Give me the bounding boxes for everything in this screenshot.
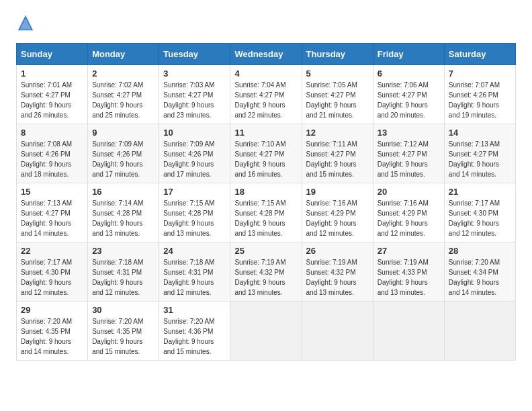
calendar-cell: 10 Sunrise: 7:09 AM Sunset: 4:26 PM Dayl… xyxy=(159,124,230,183)
calendar-cell xyxy=(230,302,302,361)
day-info: Sunrise: 7:09 AM Sunset: 4:26 PM Dayligh… xyxy=(92,139,154,179)
day-number: 17 xyxy=(163,187,226,197)
calendar-cell xyxy=(444,302,515,361)
calendar-cell: 5 Sunrise: 7:05 AM Sunset: 4:27 PM Dayli… xyxy=(302,65,373,124)
day-info: Sunrise: 7:08 AM Sunset: 4:26 PM Dayligh… xyxy=(21,139,83,179)
calendar-cell: 11 Sunrise: 7:10 AM Sunset: 4:27 PM Dayl… xyxy=(230,124,302,183)
day-info: Sunrise: 7:20 AM Sunset: 4:35 PM Dayligh… xyxy=(92,316,154,357)
day-info: Sunrise: 7:14 AM Sunset: 4:28 PM Dayligh… xyxy=(92,198,154,238)
day-number: 29 xyxy=(21,305,83,315)
calendar-header-sunday: Sunday xyxy=(17,44,88,65)
day-number: 1 xyxy=(21,68,83,79)
day-number: 25 xyxy=(234,246,297,256)
calendar-cell: 4 Sunrise: 7:04 AM Sunset: 4:27 PM Dayli… xyxy=(230,65,302,124)
day-number: 20 xyxy=(378,187,440,197)
calendar-header-thursday: Thursday xyxy=(302,44,373,65)
calendar-table: SundayMondayTuesdayWednesdayThursdayFrid… xyxy=(16,43,516,361)
day-info: Sunrise: 7:04 AM Sunset: 4:27 PM Dayligh… xyxy=(234,80,297,120)
day-number: 8 xyxy=(21,128,83,138)
day-info: Sunrise: 7:17 AM Sunset: 4:30 PM Dayligh… xyxy=(449,198,511,238)
day-number: 6 xyxy=(378,68,440,79)
calendar-week-4: 22 Sunrise: 7:17 AM Sunset: 4:30 PM Dayl… xyxy=(17,242,516,302)
calendar-cell: 23 Sunrise: 7:18 AM Sunset: 4:31 PM Dayl… xyxy=(88,242,159,302)
calendar-cell: 3 Sunrise: 7:03 AM Sunset: 4:27 PM Dayli… xyxy=(159,65,230,124)
calendar-header-tuesday: Tuesday xyxy=(159,44,230,65)
day-info: Sunrise: 7:16 AM Sunset: 4:29 PM Dayligh… xyxy=(306,198,369,238)
day-number: 7 xyxy=(449,68,511,79)
calendar-cell: 1 Sunrise: 7:01 AM Sunset: 4:27 PM Dayli… xyxy=(17,65,88,124)
calendar-cell: 30 Sunrise: 7:20 AM Sunset: 4:35 PM Dayl… xyxy=(88,302,159,361)
day-info: Sunrise: 7:05 AM Sunset: 4:27 PM Dayligh… xyxy=(306,80,369,120)
calendar-cell: 20 Sunrise: 7:16 AM Sunset: 4:29 PM Dayl… xyxy=(373,183,444,242)
header xyxy=(16,13,516,32)
day-number: 22 xyxy=(21,246,83,256)
day-number: 13 xyxy=(378,128,440,138)
day-info: Sunrise: 7:20 AM Sunset: 4:34 PM Dayligh… xyxy=(449,257,511,298)
day-info: Sunrise: 7:01 AM Sunset: 4:27 PM Dayligh… xyxy=(21,80,83,120)
day-info: Sunrise: 7:18 AM Sunset: 4:31 PM Dayligh… xyxy=(92,257,154,298)
calendar-cell: 25 Sunrise: 7:19 AM Sunset: 4:32 PM Dayl… xyxy=(230,242,302,302)
calendar-cell xyxy=(373,302,444,361)
day-info: Sunrise: 7:13 AM Sunset: 4:27 PM Dayligh… xyxy=(449,139,511,179)
day-info: Sunrise: 7:19 AM Sunset: 4:32 PM Dayligh… xyxy=(306,257,369,298)
calendar-cell: 2 Sunrise: 7:02 AM Sunset: 4:27 PM Dayli… xyxy=(88,65,159,124)
day-info: Sunrise: 7:19 AM Sunset: 4:33 PM Dayligh… xyxy=(378,257,440,298)
calendar-cell: 21 Sunrise: 7:17 AM Sunset: 4:30 PM Dayl… xyxy=(444,183,515,242)
calendar-cell: 9 Sunrise: 7:09 AM Sunset: 4:26 PM Dayli… xyxy=(88,124,159,183)
day-info: Sunrise: 7:10 AM Sunset: 4:27 PM Dayligh… xyxy=(234,139,297,179)
calendar-cell: 31 Sunrise: 7:20 AM Sunset: 4:36 PM Dayl… xyxy=(159,302,230,361)
day-info: Sunrise: 7:07 AM Sunset: 4:26 PM Dayligh… xyxy=(449,80,511,120)
day-number: 9 xyxy=(92,128,154,138)
calendar-header-saturday: Saturday xyxy=(444,44,515,65)
day-info: Sunrise: 7:09 AM Sunset: 4:26 PM Dayligh… xyxy=(163,139,226,179)
day-info: Sunrise: 7:02 AM Sunset: 4:27 PM Dayligh… xyxy=(92,80,154,120)
day-number: 26 xyxy=(306,246,369,256)
calendar-cell: 19 Sunrise: 7:16 AM Sunset: 4:29 PM Dayl… xyxy=(302,183,373,242)
day-info: Sunrise: 7:17 AM Sunset: 4:30 PM Dayligh… xyxy=(21,257,83,298)
day-number: 14 xyxy=(449,128,511,138)
calendar-cell: 26 Sunrise: 7:19 AM Sunset: 4:32 PM Dayl… xyxy=(302,242,373,302)
calendar-week-3: 15 Sunrise: 7:13 AM Sunset: 4:27 PM Dayl… xyxy=(17,183,516,242)
day-number: 19 xyxy=(306,187,369,197)
day-number: 18 xyxy=(234,187,297,197)
calendar-header-friday: Friday xyxy=(373,44,444,65)
calendar-header-row: SundayMondayTuesdayWednesdayThursdayFrid… xyxy=(17,44,516,65)
logo-icon xyxy=(16,13,35,32)
day-number: 12 xyxy=(306,128,369,138)
day-number: 2 xyxy=(92,68,154,79)
day-info: Sunrise: 7:11 AM Sunset: 4:27 PM Dayligh… xyxy=(306,139,369,179)
day-info: Sunrise: 7:12 AM Sunset: 4:27 PM Dayligh… xyxy=(378,139,440,179)
day-number: 31 xyxy=(163,305,226,315)
day-info: Sunrise: 7:18 AM Sunset: 4:31 PM Dayligh… xyxy=(163,257,226,298)
calendar-cell: 17 Sunrise: 7:15 AM Sunset: 4:28 PM Dayl… xyxy=(159,183,230,242)
calendar-cell: 16 Sunrise: 7:14 AM Sunset: 4:28 PM Dayl… xyxy=(88,183,159,242)
day-number: 4 xyxy=(234,68,297,79)
calendar-cell: 8 Sunrise: 7:08 AM Sunset: 4:26 PM Dayli… xyxy=(17,124,88,183)
day-number: 28 xyxy=(449,246,511,256)
day-info: Sunrise: 7:19 AM Sunset: 4:32 PM Dayligh… xyxy=(234,257,297,298)
calendar-week-5: 29 Sunrise: 7:20 AM Sunset: 4:35 PM Dayl… xyxy=(17,302,516,361)
calendar-cell: 7 Sunrise: 7:07 AM Sunset: 4:26 PM Dayli… xyxy=(444,65,515,124)
calendar-cell: 24 Sunrise: 7:18 AM Sunset: 4:31 PM Dayl… xyxy=(159,242,230,302)
day-info: Sunrise: 7:16 AM Sunset: 4:29 PM Dayligh… xyxy=(378,198,440,238)
day-number: 21 xyxy=(449,187,511,197)
day-info: Sunrise: 7:15 AM Sunset: 4:28 PM Dayligh… xyxy=(163,198,226,238)
calendar-cell: 15 Sunrise: 7:13 AM Sunset: 4:27 PM Dayl… xyxy=(17,183,88,242)
day-number: 15 xyxy=(21,187,83,197)
day-info: Sunrise: 7:06 AM Sunset: 4:27 PM Dayligh… xyxy=(378,80,440,120)
day-info: Sunrise: 7:20 AM Sunset: 4:35 PM Dayligh… xyxy=(21,316,83,357)
calendar-header-wednesday: Wednesday xyxy=(230,44,302,65)
day-info: Sunrise: 7:20 AM Sunset: 4:36 PM Dayligh… xyxy=(163,316,226,357)
day-number: 16 xyxy=(92,187,154,197)
calendar-cell: 27 Sunrise: 7:19 AM Sunset: 4:33 PM Dayl… xyxy=(373,242,444,302)
day-number: 23 xyxy=(92,246,154,256)
day-number: 10 xyxy=(163,128,226,138)
day-number: 3 xyxy=(163,68,226,79)
day-number: 27 xyxy=(378,246,440,256)
day-number: 24 xyxy=(163,246,226,256)
calendar-week-2: 8 Sunrise: 7:08 AM Sunset: 4:26 PM Dayli… xyxy=(17,124,516,183)
logo xyxy=(16,13,38,32)
calendar-cell: 28 Sunrise: 7:20 AM Sunset: 4:34 PM Dayl… xyxy=(444,242,515,302)
calendar-cell xyxy=(302,302,373,361)
calendar-cell: 22 Sunrise: 7:17 AM Sunset: 4:30 PM Dayl… xyxy=(17,242,88,302)
